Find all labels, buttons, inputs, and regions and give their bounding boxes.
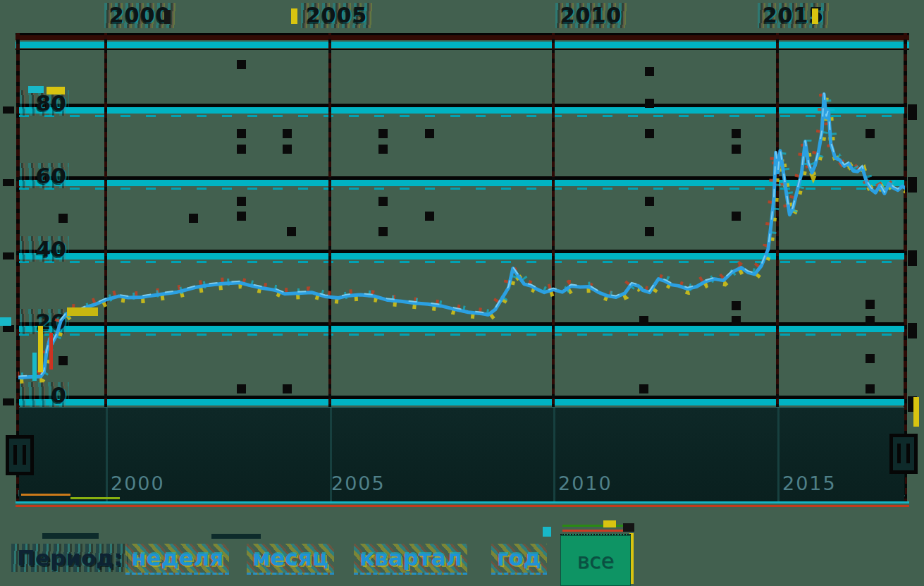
- glitch-square: [866, 354, 875, 363]
- glitch-square: [237, 60, 246, 69]
- glitch-square: [287, 227, 296, 236]
- range-button-year[interactable]: год: [491, 544, 547, 575]
- glitch-square: [866, 384, 875, 393]
- glitch-square: [645, 227, 654, 236]
- glitch-rect: [38, 326, 43, 372]
- line-glitch-highlight: [18, 93, 907, 377]
- range-button-month[interactable]: месяц: [247, 544, 334, 575]
- glitch-rect: [70, 497, 120, 499]
- period-label: Период:: [11, 544, 128, 572]
- navigator-track[interactable]: 2000200520102015: [19, 407, 904, 501]
- navigator-handle-right[interactable]: [889, 434, 918, 474]
- glitch-square: [866, 300, 875, 309]
- navigator-label-2005: 2005: [331, 473, 386, 494]
- glitch-square: [283, 145, 292, 154]
- glitch-square: [189, 214, 198, 223]
- chart-page: 2000200520102015 806040200 2000200520102…: [0, 0, 924, 586]
- navigator-gridline-2015: [777, 408, 780, 501]
- glitch-square: [237, 212, 246, 221]
- glitch-square: [645, 67, 654, 76]
- glitch-rect: [49, 333, 53, 370]
- navigator-gridline-2000: [106, 408, 108, 501]
- glitch-rect: [21, 494, 70, 496]
- price-line-series: [18, 94, 907, 378]
- glitch-square: [237, 384, 246, 393]
- line-glitch-cyan: [21, 93, 910, 377]
- range-button-week[interactable]: неделя: [125, 544, 229, 575]
- range-button-all[interactable]: все: [560, 534, 631, 586]
- glitch-square: [378, 129, 388, 138]
- glitch-rect: [913, 397, 919, 427]
- glitch-square: [237, 197, 246, 206]
- glitch-square: [378, 227, 388, 236]
- navigator-label-2010: 2010: [558, 473, 612, 494]
- glitch-square: [237, 145, 246, 154]
- navigator-label-2000: 2000: [111, 473, 165, 494]
- glitch-square: [732, 145, 741, 154]
- bottom-border-cyan: [16, 501, 909, 503]
- glitch-square: [645, 129, 654, 138]
- glitch-square: [639, 384, 648, 393]
- glitch-rect: [67, 307, 98, 316]
- glitch-square: [732, 316, 741, 325]
- glitch-square: [645, 197, 654, 206]
- glitch-rect: [291, 8, 297, 24]
- glitch-square: [283, 129, 292, 138]
- glitch-square: [58, 214, 68, 223]
- glitch-square: [732, 129, 741, 138]
- glitch-rect: [164, 10, 171, 24]
- glitch-square: [283, 384, 292, 393]
- glitch-square: [866, 129, 875, 138]
- navigator-gridline-2010: [553, 408, 555, 501]
- glitch-square: [732, 301, 741, 310]
- glitch-square: [639, 316, 648, 325]
- glitch-square: [732, 212, 741, 221]
- glitch-square: [58, 356, 68, 365]
- range-button-quarter[interactable]: квартал: [354, 544, 467, 575]
- glitch-square: [237, 129, 246, 138]
- glitch-square: [378, 197, 388, 206]
- glitch-rect: [812, 8, 818, 24]
- glitch-rect: [47, 87, 65, 94]
- glitch-square: [866, 316, 875, 325]
- glitch-square: [645, 99, 654, 108]
- navigator-handle-left[interactable]: [6, 435, 34, 475]
- glitch-rect: [32, 353, 37, 381]
- glitch-square: [425, 212, 434, 221]
- navigator-label-2015: 2015: [782, 473, 837, 494]
- glitch-square: [378, 145, 388, 154]
- bottom-border-red: [16, 505, 909, 507]
- line-glitch-yellow: [20, 97, 908, 381]
- glitch-rect: [0, 317, 11, 326]
- glitch-square: [425, 129, 434, 138]
- glitch-rect: [28, 86, 44, 93]
- range-selector: Период: неделямесяцкварталгодвсе: [0, 518, 924, 586]
